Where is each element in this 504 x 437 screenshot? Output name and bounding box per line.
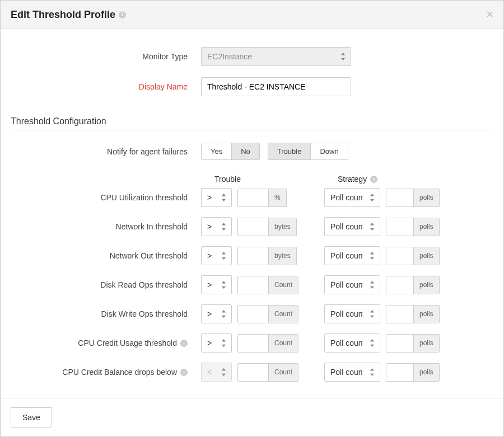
strategy-select-wrap[interactable]: Poll count [324,363,380,382]
strategy-select[interactable]: Poll count [324,275,380,294]
strategy-column: Poll countpolls [324,188,440,207]
severity-group: TroubleDown [268,143,348,160]
threshold-rows: CPU Utilization threshold>%Poll countpol… [11,188,493,382]
trouble-value-input[interactable] [238,364,268,381]
strategy-column: Poll countpolls [324,363,440,382]
notify-yes-button[interactable]: Yes [202,143,231,159]
operator-select[interactable]: > [201,275,232,294]
operator-select-wrap[interactable]: > [201,217,232,236]
strategy-select[interactable]: Poll count [324,246,380,265]
threshold-row: Network Out threshold>bytesPoll countpol… [11,246,493,265]
strategy-select-wrap[interactable]: Poll count [324,275,380,294]
info-icon[interactable]: i [180,340,188,347]
trouble-value-input[interactable] [238,218,268,236]
polls-group: polls [386,218,440,236]
trouble-value-input[interactable] [238,306,268,323]
strategy-column: Poll countpolls [324,275,440,294]
strategy-select-wrap[interactable]: Poll count [324,217,380,236]
trouble-value-group: Count [237,305,298,323]
strategy-select-wrap[interactable]: Poll count [324,188,380,207]
threshold-label: CPU Utilization threshold [11,193,201,202]
strategy-column: Poll countpolls [324,304,440,323]
display-name-input[interactable] [201,77,351,96]
polls-input[interactable] [386,276,413,294]
operator-select-wrap[interactable]: > [201,188,232,207]
info-icon[interactable]: i [370,176,377,183]
operator-select-wrap[interactable]: > [201,246,232,265]
strategy-select[interactable]: Poll count [324,333,380,353]
trouble-column-header: Trouble [214,175,338,184]
threshold-row: Network In threshold>bytesPoll countpoll… [11,217,493,236]
save-button[interactable]: Save [11,407,52,427]
display-name-label: Display Name [11,82,201,91]
threshold-row: Disk Write Ops threshold>CountPoll count… [11,304,493,323]
unit-label: Count [268,276,298,294]
operator-select-wrap[interactable]: > [201,275,232,294]
strategy-column-header: Strategy i [338,175,377,184]
polls-input[interactable] [386,189,413,206]
unit-label: Count [268,306,298,323]
strategy-select-wrap[interactable]: Poll count [324,333,380,353]
polls-input[interactable] [386,364,413,381]
threshold-label: Network In threshold [11,222,201,231]
polls-input[interactable] [386,335,413,352]
strategy-column: Poll countpolls [324,246,440,265]
trouble-column: >Count [201,275,324,294]
info-icon[interactable]: i [119,11,126,18]
polls-group: polls [386,189,440,207]
severity-down-button[interactable]: Down [310,143,347,159]
threshold-label-text: Disk Read Ops threshold [100,280,188,289]
threshold-label: CPU Credit Balance drops belowi [11,368,201,377]
display-name-row: Display Name [11,77,493,96]
polls-unit-label: polls [413,276,439,294]
strategy-select[interactable]: Poll count [324,363,380,382]
monitor-type-label: Monitor Type [11,52,201,61]
operator-select[interactable]: > [201,246,232,265]
modal-title: Edit Threshold Profile i [11,9,126,21]
info-icon[interactable]: i [180,369,188,376]
trouble-value-input[interactable] [238,247,268,265]
modal-footer: Save [1,398,503,436]
operator-select[interactable]: > [201,188,232,207]
close-icon[interactable]: × [486,8,493,21]
severity-trouble-button[interactable]: Trouble [268,143,311,159]
trouble-column: >bytes [201,246,324,265]
threshold-label: CPU Credit Usage thresholdi [11,339,201,347]
operator-select[interactable]: > [201,333,232,353]
notify-no-button[interactable]: No [231,143,259,159]
trouble-value-input[interactable] [238,335,268,352]
unit-label: bytes [268,247,296,265]
trouble-value-group: Count [237,363,298,382]
strategy-select-wrap[interactable]: Poll count [324,304,380,323]
section-divider [11,130,493,130]
threshold-row: CPU Credit Usage thresholdi>CountPoll co… [11,333,493,353]
threshold-label: Disk Read Ops threshold [11,280,201,289]
strategy-select[interactable]: Poll count [324,304,380,323]
column-headers: Trouble Strategy i [11,175,493,184]
operator-select-wrap[interactable]: > [201,304,232,323]
strategy-header-text: Strategy [338,175,367,184]
monitor-type-select-wrap[interactable]: EC2Instance [201,47,351,66]
operator-select-wrap[interactable]: > [201,333,232,353]
threshold-label: Disk Write Ops threshold [11,309,201,318]
polls-unit-label: polls [413,247,439,265]
trouble-column: >Count [201,304,324,323]
polls-input[interactable] [386,306,413,323]
strategy-select[interactable]: Poll count [324,217,380,236]
strategy-column: Poll countpolls [324,333,440,353]
polls-unit-label: polls [413,189,439,206]
polls-unit-label: polls [413,335,439,352]
polls-input[interactable] [386,218,413,236]
strategy-select-wrap[interactable]: Poll count [324,246,380,265]
strategy-select[interactable]: Poll count [324,188,380,207]
polls-unit-label: polls [413,364,439,381]
polls-unit-label: polls [413,218,439,236]
trouble-value-input[interactable] [238,276,268,294]
polls-group: polls [386,247,440,265]
trouble-column: >bytes [201,217,324,236]
trouble-value-group: % [237,189,287,207]
operator-select[interactable]: > [201,217,232,236]
polls-input[interactable] [386,247,413,265]
operator-select[interactable]: > [201,304,232,323]
trouble-value-input[interactable] [238,189,268,206]
